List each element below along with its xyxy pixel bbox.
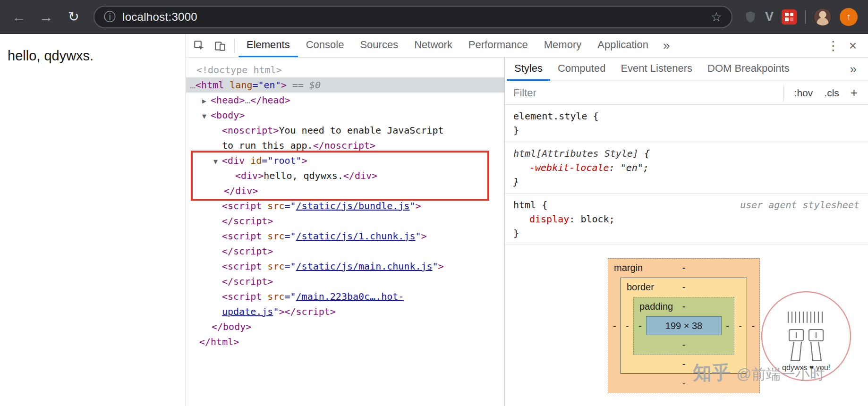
tab-styles[interactable]: Styles	[507, 58, 550, 81]
devtools-body: <!doctype html>…<html lang="en"> == $0▶ …	[186, 58, 868, 406]
url-text: localhost:3000	[122, 10, 704, 24]
tab-event-listeners[interactable]: Event Listeners	[613, 58, 700, 81]
watermark: 知乎 @前端一小时	[693, 360, 825, 386]
update-button[interactable]: ↑	[840, 8, 858, 26]
border-top-value[interactable]: -	[621, 282, 747, 293]
devtools-tabs: ElementsConsoleSourcesNetworkPerformance…	[238, 34, 656, 57]
padding-bottom-value[interactable]: -	[634, 339, 734, 350]
styles-more-icon[interactable]: »	[841, 62, 866, 76]
greeting-text: hello, qdywxs.	[0, 34, 186, 64]
tree-row[interactable]: </script>	[186, 244, 504, 259]
tree-row[interactable]: <script src="/static/js/1.chunk.js">	[186, 228, 504, 244]
tab-dom-breakpoints[interactable]: DOM Breakpoints	[700, 58, 797, 81]
new-style-rule-button[interactable]: +	[851, 85, 858, 100]
tree-row[interactable]: update.js"></script>	[186, 304, 504, 319]
reload-button[interactable]: ↻	[61, 5, 86, 29]
style-rule[interactable]: user agent stylesheethtml {display: bloc…	[505, 194, 868, 245]
tree-row[interactable]: <noscript>You need to enable JavaScript	[186, 123, 504, 138]
browser-actions: V ↑	[740, 8, 861, 26]
tree-row[interactable]: </div>	[186, 183, 504, 198]
kebab-menu-icon[interactable]: ⋮	[819, 38, 847, 53]
toolbar-separator	[234, 39, 235, 53]
tree-row[interactable]: ▶ <head>…</head>	[186, 93, 504, 108]
tree-row[interactable]: <!doctype html>	[186, 62, 504, 77]
device-toolbar-icon[interactable]	[210, 35, 230, 56]
elements-tree-pane: <!doctype html>…<html lang="en"> == $0▶ …	[186, 58, 504, 406]
style-rule[interactable]: html[Attributes Style] {-webkit-locale: …	[505, 142, 868, 194]
v-extension-icon[interactable]: V	[765, 9, 774, 24]
tree-row[interactable]: <script src="/static/js/main.chunk.js">	[186, 259, 504, 274]
tab-sources[interactable]: Sources	[352, 34, 406, 57]
css-declaration[interactable]: display: block;	[513, 212, 859, 226]
tree-row[interactable]: </html>	[186, 334, 504, 349]
tree-row[interactable]: to run this app.</noscript>	[186, 138, 504, 153]
filter-row: :hov .cls +	[505, 81, 868, 105]
tree-row[interactable]: <script src="/static/js/bundle.js">	[186, 198, 504, 213]
tab-performance[interactable]: Performance	[460, 34, 536, 57]
margin-top-value[interactable]: -	[608, 262, 759, 273]
styles-pane: StylesComputedEvent ListenersDOM Breakpo…	[504, 58, 868, 406]
tab-console[interactable]: Console	[298, 34, 352, 57]
tree-row[interactable]: <script src="/main.223ba0c….hot-	[186, 289, 504, 304]
border-left-value[interactable]: -	[626, 321, 629, 331]
page-content: hello, qdywxs.	[0, 34, 186, 406]
watermark-brand: 知乎	[693, 362, 731, 383]
style-rules: element.style {}html[Attributes Style] {…	[505, 105, 868, 245]
tree-row[interactable]: ▼ <body>	[186, 108, 504, 123]
main-area: hello, qdywxs. ElementsConsoleSourcesNet…	[0, 34, 868, 406]
tree-row[interactable]: </script>	[186, 213, 504, 228]
address-bar[interactable]: ⓘ localhost:3000 ☆	[94, 6, 732, 28]
profile-avatar[interactable]	[814, 8, 832, 26]
padding-top-value[interactable]: -	[634, 301, 734, 312]
margin-left-value[interactable]: -	[613, 321, 616, 331]
tree-row[interactable]: <div>hello, qdywxs.</div>	[186, 168, 504, 183]
back-button[interactable]: ←	[7, 5, 31, 29]
red-extension-icon[interactable]	[782, 9, 797, 25]
browser-toolbar: ← → ↻ ⓘ localhost:3000 ☆ V ↑	[0, 0, 868, 34]
toolbar-divider	[805, 10, 806, 24]
styles-tabs-row: StylesComputedEvent ListenersDOM Breakpo…	[505, 58, 868, 81]
tree-row[interactable]: …<html lang="en"> == $0	[186, 77, 504, 93]
bookmark-star-icon[interactable]: ☆	[711, 9, 722, 25]
tab-network[interactable]: Network	[406, 34, 460, 57]
shield-extension-icon[interactable]	[744, 10, 757, 24]
tab-computed[interactable]: Computed	[550, 58, 613, 81]
watermark-handle: @前端一小时	[736, 366, 824, 382]
tab-elements[interactable]: Elements	[238, 34, 298, 57]
padding-right-value[interactable]: -	[726, 321, 729, 331]
site-info-icon[interactable]: ⓘ	[104, 9, 116, 25]
stylesheet-origin-note: user agent stylesheet	[740, 198, 859, 212]
box-model-padding[interactable]: padding - - - - 199 × 38	[633, 297, 734, 355]
filter-input[interactable]	[505, 87, 783, 99]
tree-row[interactable]: ▼ <div id="root">	[186, 153, 504, 168]
box-model-content[interactable]: 199 × 38	[646, 316, 722, 335]
pseudo-state-toggle[interactable]: :hov	[794, 87, 813, 99]
tab-application[interactable]: Application	[589, 34, 656, 57]
css-declaration[interactable]: -webkit-locale: "en";	[513, 161, 859, 175]
more-tabs-icon[interactable]: »	[656, 38, 676, 53]
margin-right-value[interactable]: -	[751, 321, 755, 331]
content-size: 199 × 38	[665, 321, 702, 331]
close-devtools-icon[interactable]: ×	[847, 38, 865, 53]
devtools-panel: ElementsConsoleSourcesNetworkPerformance…	[186, 34, 868, 406]
tree-row[interactable]: </script>	[186, 274, 504, 289]
forward-button[interactable]: →	[34, 5, 59, 29]
border-right-value[interactable]: -	[739, 321, 742, 331]
padding-left-value[interactable]: -	[638, 321, 642, 331]
style-rule[interactable]: element.style {}	[505, 105, 868, 142]
tab-memory[interactable]: Memory	[536, 34, 589, 57]
dom-tree: <!doctype html>…<html lang="en"> == $0▶ …	[186, 62, 504, 349]
styles-tabs: StylesComputedEvent ListenersDOM Breakpo…	[507, 58, 797, 81]
tree-row[interactable]: </body>	[186, 319, 504, 334]
inspect-icon[interactable]	[189, 35, 210, 56]
class-toggle[interactable]: .cls	[824, 87, 839, 99]
devtools-toolbar: ElementsConsoleSourcesNetworkPerformance…	[186, 34, 868, 58]
style-toggles: :hov .cls +	[783, 85, 868, 101]
